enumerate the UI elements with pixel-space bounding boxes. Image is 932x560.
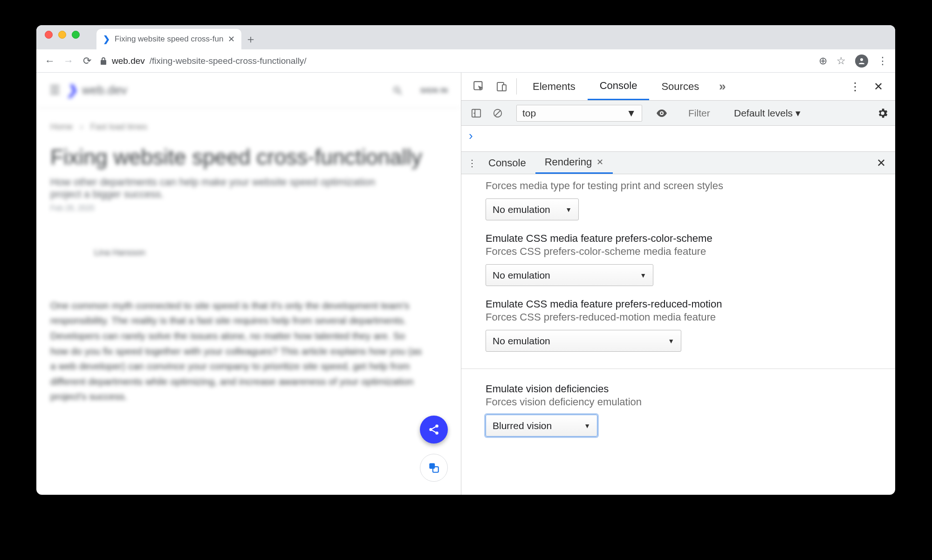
rendering-drawer[interactable]: Forces media type for testing print and … bbox=[461, 174, 895, 495]
window-minimize-button[interactable] bbox=[58, 31, 66, 39]
console-filter-input[interactable] bbox=[688, 105, 726, 121]
chevron-right-icon: › bbox=[80, 122, 83, 132]
device-toolbar-icon[interactable] bbox=[490, 73, 513, 100]
select-value: No emulation bbox=[493, 270, 550, 281]
browser-tab[interactable]: ❯ Fixing website speed cross-fun ✕ bbox=[96, 29, 241, 49]
context-selector[interactable]: top ▼ bbox=[516, 105, 642, 122]
drawer-tab-label: Rendering bbox=[545, 156, 592, 168]
browser-menu-icon[interactable]: ⋮ bbox=[877, 55, 888, 67]
svg-point-16 bbox=[661, 112, 663, 114]
tab-close-icon[interactable]: ✕ bbox=[228, 34, 235, 44]
tab-console[interactable]: Console bbox=[588, 73, 650, 100]
caret-down-icon: ▼ bbox=[640, 272, 646, 279]
tab-title: Fixing website speed cross-fun bbox=[115, 34, 223, 44]
menu-icon[interactable]: ☰ bbox=[49, 83, 60, 97]
svg-line-14 bbox=[495, 110, 500, 116]
clear-console-icon[interactable] bbox=[489, 105, 506, 122]
profile-avatar[interactable] bbox=[855, 55, 868, 68]
drawer-tab-console[interactable]: Console bbox=[479, 152, 535, 174]
site-header: ☰ ❯ web.dev SIGN IN bbox=[36, 73, 461, 108]
select-value: No emulation bbox=[493, 335, 550, 347]
vision-deficiencies-title: Emulate vision deficiencies bbox=[486, 383, 871, 395]
titlebar: ❯ Fixing website speed cross-fun ✕ ＋ bbox=[36, 25, 895, 49]
prefers-color-scheme-desc: Forces CSS prefers-color-scheme media fe… bbox=[486, 246, 871, 258]
svg-rect-11 bbox=[472, 109, 480, 117]
page-title: Fixing website speed cross-functionally bbox=[50, 145, 447, 170]
page-subtitle: How other departments can help make your… bbox=[50, 176, 404, 200]
url-host: web.dev bbox=[112, 56, 145, 66]
page-date: Feb 28, 2020 bbox=[50, 204, 447, 212]
console-sidebar-toggle-icon[interactable] bbox=[468, 105, 485, 122]
url-path: /fixing-website-speed-cross-functionally… bbox=[150, 56, 307, 66]
window-close-button[interactable] bbox=[45, 31, 53, 39]
console-output[interactable]: › bbox=[461, 126, 895, 152]
translate-fab[interactable] bbox=[420, 454, 448, 482]
caret-down-icon: ▼ bbox=[626, 108, 636, 119]
devtools-close-icon[interactable]: ✕ bbox=[868, 80, 889, 93]
prefers-reduced-motion-title: Emulate CSS media feature prefers-reduce… bbox=[486, 298, 871, 310]
select-value: No emulation bbox=[493, 204, 550, 215]
console-prompt-icon: › bbox=[469, 129, 473, 143]
site-name: web.dev bbox=[82, 83, 127, 97]
search-icon[interactable] bbox=[392, 85, 403, 96]
back-button[interactable]: ← bbox=[44, 55, 56, 67]
sign-in-link[interactable]: SIGN IN bbox=[420, 86, 448, 94]
site-logo[interactable]: ❯ web.dev bbox=[68, 82, 127, 98]
svg-rect-6 bbox=[429, 463, 435, 469]
log-levels-selector[interactable]: Default levels ▾ bbox=[734, 108, 801, 119]
caret-down-icon: ▼ bbox=[668, 337, 674, 345]
select-value: Blurred vision bbox=[493, 420, 552, 431]
install-icon[interactable]: ⊕ bbox=[819, 55, 827, 67]
prefers-reduced-motion-select[interactable]: No emulation ▼ bbox=[486, 330, 681, 352]
caret-down-icon: ▼ bbox=[584, 422, 590, 430]
bookmark-icon[interactable]: ☆ bbox=[836, 55, 846, 67]
drawer-tabbar: ⋮ Console Rendering ✕ ✕ bbox=[461, 152, 895, 174]
page-viewport: ☰ ❯ web.dev SIGN IN Home › bbox=[36, 73, 461, 495]
more-tabs-icon[interactable]: » bbox=[711, 73, 733, 100]
tab-favicon-icon: ❯ bbox=[103, 34, 110, 44]
address-bar[interactable]: web.dev/fixing-website-speed-cross-funct… bbox=[100, 56, 812, 66]
live-expression-icon[interactable] bbox=[653, 105, 670, 122]
devtools-tabbar: Elements Console Sources » ⋮ ✕ bbox=[461, 73, 895, 101]
reload-button[interactable]: ⟳ bbox=[81, 55, 93, 67]
console-settings-icon[interactable] bbox=[877, 107, 889, 119]
prefers-color-scheme-select[interactable]: No emulation ▼ bbox=[486, 264, 653, 286]
drawer-tab-close-icon[interactable]: ✕ bbox=[596, 157, 603, 167]
svg-point-4 bbox=[429, 428, 432, 431]
forward-button[interactable]: → bbox=[62, 55, 75, 67]
breadcrumb-item[interactable]: Fast load times bbox=[90, 122, 147, 132]
drawer-tab-label: Console bbox=[488, 157, 526, 169]
article-paragraph: One common myth connected to site speed … bbox=[50, 298, 423, 404]
devtools-menu-icon[interactable]: ⋮ bbox=[845, 80, 865, 93]
new-tab-button[interactable]: ＋ bbox=[241, 29, 260, 49]
svg-point-5 bbox=[435, 431, 439, 435]
author-block: Lina Hansson bbox=[50, 236, 447, 270]
svg-point-0 bbox=[860, 58, 863, 61]
svg-point-1 bbox=[394, 87, 399, 92]
drawer-close-icon[interactable]: ✕ bbox=[871, 152, 891, 174]
context-value: top bbox=[522, 108, 536, 119]
lock-icon bbox=[100, 57, 107, 65]
console-toolbar: top ▼ Default levels ▾ bbox=[461, 101, 895, 126]
svg-line-2 bbox=[398, 91, 401, 94]
inspect-element-icon[interactable] bbox=[468, 73, 490, 100]
browser-window: ❯ Fixing website speed cross-fun ✕ ＋ ← →… bbox=[36, 25, 895, 495]
prefers-color-scheme-title: Emulate CSS media feature prefers-color-… bbox=[486, 232, 871, 245]
breadcrumb-item[interactable]: Home bbox=[50, 122, 73, 132]
tab-elements[interactable]: Elements bbox=[521, 73, 588, 100]
breadcrumb[interactable]: Home › Fast load times bbox=[50, 122, 447, 132]
svg-point-3 bbox=[435, 424, 439, 428]
devtools-panel: Elements Console Sources » ⋮ ✕ bbox=[461, 73, 895, 495]
window-zoom-button[interactable] bbox=[72, 31, 80, 39]
media-type-select[interactable]: No emulation ▼ bbox=[486, 198, 579, 220]
share-fab[interactable] bbox=[420, 416, 448, 444]
author-name: Lina Hansson bbox=[94, 248, 145, 258]
drawer-menu-icon[interactable]: ⋮ bbox=[465, 152, 479, 174]
svg-rect-10 bbox=[502, 85, 506, 91]
browser-toolbar: ← → ⟳ web.dev/fixing-website-speed-cross… bbox=[36, 49, 895, 73]
drawer-tab-rendering[interactable]: Rendering ✕ bbox=[535, 152, 613, 174]
vision-deficiencies-select[interactable]: Blurred vision ▼ bbox=[486, 415, 597, 437]
media-type-desc: Forces media type for testing print and … bbox=[486, 180, 871, 192]
caret-down-icon: ▼ bbox=[565, 206, 572, 213]
tab-sources[interactable]: Sources bbox=[649, 73, 711, 100]
